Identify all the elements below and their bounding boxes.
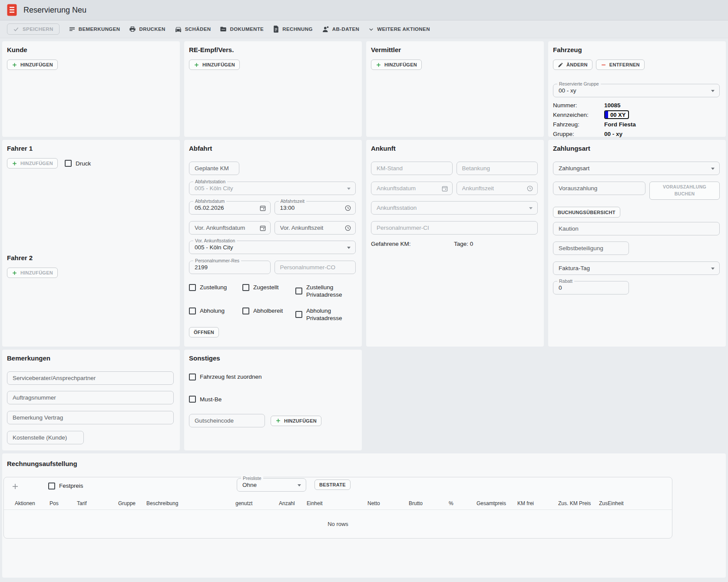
- rechnung-button[interactable]: RECHNUNG: [273, 26, 313, 33]
- col-zus-km-preis[interactable]: Zus. KM Preis: [558, 500, 591, 506]
- vermittler-hinzufuegen-button[interactable]: HINZUFÜGEN: [371, 60, 422, 70]
- ankunftsdatum-input[interactable]: [371, 182, 452, 195]
- plus-icon: [12, 62, 17, 68]
- abholung-privatadresse-checkbox[interactable]: Abholung Privatadresse: [295, 307, 344, 322]
- zustellung-checkbox[interactable]: Zustellung: [189, 284, 242, 291]
- geplante-km-input-wrap: [189, 162, 239, 175]
- vorauszahlung-buchen-button[interactable]: VORAUSZAHLUNG BUCHEN: [649, 182, 720, 200]
- schaeden-button[interactable]: SCHÄDEN: [175, 26, 211, 33]
- clock-icon[interactable]: [344, 225, 351, 231]
- vor-ankunftsdatum-input[interactable]: [189, 222, 270, 234]
- abholbereit-checkbox[interactable]: Abholbereit: [242, 307, 295, 314]
- page-title: Reservierung Neu: [23, 6, 86, 15]
- calendar-icon[interactable]: [441, 185, 448, 192]
- col-netto[interactable]: Netto: [367, 500, 380, 506]
- gutscheincode-input[interactable]: [189, 414, 265, 427]
- selbstbeteiligung-field: [553, 241, 629, 255]
- vor-ankunftsstation-select[interactable]: Vor. Ankunftsstation 005 - Köln City: [189, 241, 356, 254]
- save-button[interactable]: SPEICHERN: [7, 23, 60, 35]
- kostenstelle-input[interactable]: [7, 431, 83, 444]
- fahrzeug-entfernen-button[interactable]: ENTFERNEN: [596, 60, 645, 70]
- fahrzeug-fest-zuordnen-checkbox[interactable]: Fahrzeug fest zuordnen: [189, 373, 262, 380]
- druck-checkbox[interactable]: Druck: [65, 160, 91, 167]
- fahrzeug-aendern-button[interactable]: ÄNDERN: [553, 60, 592, 70]
- fahrzeug-panel: Fahrzeug ÄNDERN ENTFERNEN Reservierte Gr…: [548, 41, 726, 137]
- minus-icon: [601, 62, 606, 68]
- col-pos[interactable]: Pos: [50, 500, 59, 506]
- auftragsnummer-field: [7, 391, 174, 404]
- chevron-down-icon: [711, 168, 715, 170]
- bemerkungen-panel: Bemerkungen: [2, 350, 180, 450]
- km-stand-field: [371, 162, 453, 175]
- add-row-plus-icon[interactable]: [11, 483, 19, 492]
- ab-daten-button[interactable]: AB-DATEN: [322, 26, 359, 33]
- ankunftszeit-input[interactable]: [457, 182, 538, 195]
- folder-icon: [220, 26, 227, 33]
- drucken-button[interactable]: DRUCKEN: [129, 26, 165, 33]
- col-brutto[interactable]: Brutto: [409, 500, 423, 506]
- notes-icon: [69, 26, 76, 33]
- fahrer1-title: Fahrer 1: [7, 140, 174, 152]
- faktura-tag-select[interactable]: Faktura-Tag: [553, 261, 720, 275]
- calendar-icon[interactable]: [259, 205, 266, 212]
- fahrzeug-nummer-row: Nummer:10085: [553, 101, 720, 109]
- col-beschreibung[interactable]: Beschreibung: [146, 500, 178, 506]
- fahrer-panel: Fahrer 1 HINZUFÜGEN Druck Fahrer 2 HINZU…: [2, 140, 180, 347]
- zahlungsart-select[interactable]: Zahlungsart: [553, 162, 720, 175]
- zustellung-privatadresse-checkbox[interactable]: Zustellung Privatadresse: [295, 284, 344, 298]
- personalnummer-co-input[interactable]: [275, 261, 356, 274]
- col-einheit[interactable]: Einheit: [307, 500, 323, 506]
- weitere-aktionen-button[interactable]: WEITERE AKTIONEN: [368, 26, 430, 32]
- kaution-input[interactable]: [553, 222, 719, 235]
- plus-icon: [194, 62, 199, 68]
- festpreis-checkbox[interactable]: Festpreis: [48, 482, 83, 489]
- km-stand-input[interactable]: [371, 162, 452, 175]
- must-be-checkbox[interactable]: Must-Be: [189, 396, 222, 403]
- selbstbeteiligung-input[interactable]: [553, 242, 629, 255]
- auftragsnummer-input[interactable]: [7, 391, 173, 404]
- bemerkungen-button[interactable]: BEMERKUNGEN: [69, 26, 120, 33]
- vor-ankunftszeit-input[interactable]: [275, 222, 356, 234]
- fahrer2-hinzufuegen-button[interactable]: HINZUFÜGEN: [7, 268, 58, 278]
- col-aktionen[interactable]: Aktionen: [15, 500, 35, 506]
- buchungsuebersicht-button[interactable]: BUCHUNGSÜBERSICHT: [553, 207, 620, 218]
- col-gruppe[interactable]: Gruppe: [118, 500, 136, 506]
- fahrer1-hinzufuegen-button[interactable]: HINZUFÜGEN: [7, 158, 58, 169]
- calendar-icon[interactable]: [259, 225, 266, 231]
- col-tarif[interactable]: Tarif: [77, 500, 87, 506]
- geplante-km-input[interactable]: [189, 162, 239, 175]
- kunde-hinzufuegen-button[interactable]: HINZUFÜGEN: [7, 60, 58, 70]
- abfahrtsstation-select[interactable]: Abfahrtsstation 005 - Köln City: [189, 182, 356, 195]
- bestrate-button[interactable]: BESTRATE: [314, 479, 351, 490]
- col-genutzt[interactable]: genutzt: [235, 500, 252, 506]
- gutschein-hinzufuegen-button[interactable]: HINZUFÜGEN: [271, 416, 321, 426]
- vor-ankunftszeit-field: [275, 221, 356, 235]
- col-km-frei[interactable]: KM frei: [517, 500, 534, 506]
- col-gesamtpreis[interactable]: Gesamtpreis: [477, 500, 506, 506]
- clock-icon[interactable]: [526, 185, 533, 192]
- col-prozent[interactable]: %: [449, 500, 453, 506]
- dokumente-button[interactable]: DOKUMENTE: [220, 26, 264, 33]
- oeffnen-button[interactable]: ÖFFNEN: [189, 327, 219, 337]
- col-zuseinheit[interactable]: ZusEinheit: [599, 500, 624, 506]
- bemerkung-vertrag-input[interactable]: [7, 411, 173, 424]
- serviceberater-input[interactable]: [7, 372, 173, 384]
- personalnummer-ci-field: [371, 221, 538, 235]
- kunde-title: Kunde: [7, 41, 174, 53]
- clock-icon[interactable]: [344, 205, 351, 212]
- preisliste-select[interactable]: Preisliste Ohne: [237, 478, 306, 492]
- col-anzahl[interactable]: Anzahl: [279, 500, 295, 506]
- re-empf-hinzufuegen-button[interactable]: HINZUFÜGEN: [189, 60, 240, 70]
- chevron-down-icon: [347, 247, 351, 249]
- personalnummer-ci-input[interactable]: [371, 222, 537, 234]
- betankung-input[interactable]: [457, 162, 538, 175]
- ankunftsstation-select[interactable]: Ankunftsstation: [371, 201, 538, 215]
- zugestellt-checkbox[interactable]: Zugestellt: [242, 284, 295, 291]
- abholung-checkbox[interactable]: Abholung: [189, 307, 242, 314]
- vorauszahlung-input[interactable]: [553, 182, 645, 195]
- empty-cell: [548, 350, 726, 450]
- reservierte-gruppe-select[interactable]: Reservierte Gruppe 00 - xy: [553, 84, 720, 97]
- plus-icon: [12, 270, 17, 276]
- no-rows-label: No rows: [328, 521, 348, 527]
- person-badge-icon: [322, 26, 329, 33]
